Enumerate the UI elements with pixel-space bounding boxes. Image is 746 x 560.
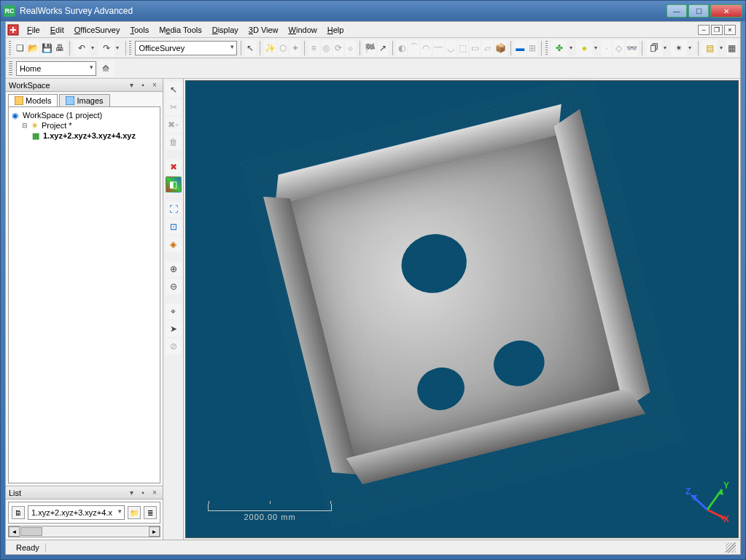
menu-officesurvey[interactable]: OfficeSurvey	[69, 24, 125, 36]
undo-drop[interactable]: ▾	[90, 40, 97, 56]
panel-pin-icon[interactable]: ▪	[138, 488, 148, 498]
resize-grip-icon[interactable]	[726, 542, 736, 553]
tool-icon[interactable]: ▱	[482, 40, 493, 56]
scroll-right-icon[interactable]: ►	[149, 526, 160, 537]
axis-gizmo[interactable]: X Y Z	[685, 481, 729, 524]
zoom-out-icon[interactable]: ⊖	[166, 279, 182, 295]
lock-tool-icon[interactable]: ⊘	[166, 338, 182, 354]
tool-icon[interactable]: ·	[601, 40, 612, 56]
tool-icon[interactable]: ◐	[396, 40, 407, 56]
home-tool-icon[interactable]: ◈	[166, 236, 182, 252]
redo-drop[interactable]: ▾	[114, 40, 122, 56]
explode-button[interactable]: ✴	[671, 40, 687, 56]
tool-icon[interactable]: ≡	[308, 40, 319, 56]
collapse-icon[interactable]: ⊟	[20, 122, 29, 129]
palette-tool-icon[interactable]: ◧	[166, 176, 182, 192]
delete-tool-icon[interactable]: ✖▫	[166, 117, 182, 133]
menu-display[interactable]: Display	[207, 24, 244, 36]
toolbar-grip[interactable]	[9, 41, 11, 55]
minimize-button[interactable]: —	[667, 4, 687, 18]
trash-tool-icon[interactable]: 🗑	[166, 134, 182, 150]
mdi-minimize-icon[interactable]: –	[698, 25, 710, 35]
toolbar-grip[interactable]	[129, 41, 131, 55]
print-button[interactable]: 🖶	[55, 40, 66, 56]
menu-mediatools[interactable]: Media Tools	[154, 24, 207, 36]
tool-icon[interactable]: ⬡	[278, 40, 289, 56]
tool-icon[interactable]: 🏁	[364, 40, 376, 56]
3d-viewport[interactable]: 2000.00 mm X Y Z	[185, 80, 739, 538]
tool-icon[interactable]: ◠	[421, 40, 432, 56]
target-tool-icon[interactable]: ✖	[166, 159, 182, 175]
close-button[interactable]: ✕	[710, 4, 742, 18]
tool-icon[interactable]: ⊞	[527, 40, 538, 56]
open-button[interactable]: 📂	[27, 40, 39, 56]
panel-pin-icon[interactable]: ▪	[138, 80, 148, 90]
tree-project[interactable]: ⊟ ✳ Project *	[10, 120, 158, 131]
sphere-button[interactable]: ●	[576, 40, 592, 56]
color-drop[interactable]: ▾	[567, 40, 575, 56]
toolbar-grip[interactable]	[545, 41, 548, 55]
view-drop[interactable]: ▾	[662, 40, 669, 56]
panel-dropdown-icon[interactable]: ▾	[126, 488, 136, 498]
compass-tool-icon[interactable]: ⌖	[166, 303, 182, 319]
menu-help[interactable]: Help	[322, 24, 349, 36]
list-hscrollbar[interactable]: ◄ ►	[8, 526, 160, 537]
explode-drop[interactable]: ▾	[687, 40, 694, 56]
undo-button[interactable]: ↶	[74, 40, 90, 56]
panel-close-icon[interactable]: ×	[149, 80, 160, 90]
color-button[interactable]: ✤	[551, 40, 567, 56]
layer-button[interactable]: ▤	[702, 40, 718, 56]
scroll-thumb[interactable]	[20, 527, 42, 536]
tool-icon[interactable]: ↗	[378, 40, 389, 56]
menu-edit[interactable]: Edit	[45, 24, 69, 36]
cut-tool-icon[interactable]: ✂	[166, 99, 182, 115]
select-button[interactable]: ↖	[245, 40, 256, 56]
scroll-left-icon[interactable]: ◄	[9, 526, 20, 537]
tool-icon[interactable]: ✨	[264, 40, 276, 56]
home-combo[interactable]: Home	[16, 61, 96, 76]
tab-models[interactable]: Models	[8, 94, 58, 106]
save-button[interactable]: 💾	[41, 40, 53, 56]
tool-icon[interactable]: 👓	[626, 40, 638, 56]
walk-tool-icon[interactable]: ➤	[166, 321, 182, 337]
tool-icon[interactable]: 〰	[433, 40, 444, 56]
menu-window[interactable]: Window	[284, 24, 322, 36]
tool-icon[interactable]: ◇	[613, 40, 624, 56]
tool-icon[interactable]: ⟐	[345, 40, 356, 56]
panel-dropdown-icon[interactable]: ▾	[126, 80, 136, 90]
tool-icon[interactable]: ▬	[515, 40, 526, 56]
toolbar-grip[interactable]	[9, 61, 12, 76]
layer-drop[interactable]: ▾	[718, 40, 725, 56]
tool-icon[interactable]: ◡	[446, 40, 456, 56]
mdi-restore-icon[interactable]: ❐	[711, 25, 723, 35]
go-home-button[interactable]: ⟰	[98, 61, 114, 77]
view-button[interactable]: 🗍	[646, 40, 662, 56]
module-combo[interactable]: OfficeSurvey	[135, 41, 237, 55]
list-combo[interactable]: 1.xyz+2.xyz+3.xyz+4.x	[28, 505, 125, 520]
new-button[interactable]: ❏	[15, 40, 26, 56]
tool-icon[interactable]: ⟳	[333, 40, 344, 56]
list-open-icon[interactable]: 📁	[128, 506, 141, 519]
panel-close-icon[interactable]: ×	[149, 488, 160, 498]
mdi-close-icon[interactable]: ×	[724, 25, 736, 35]
titlebar[interactable]: RC RealWorks Survey Advanced — ☐ ✕	[1, 1, 745, 21]
pointer-tool-icon[interactable]: ↖	[166, 82, 182, 98]
tool-icon[interactable]: ⬚	[458, 40, 469, 56]
tool-icon[interactable]: ◎	[321, 40, 332, 56]
fit-tool-icon[interactable]: ⛶	[166, 201, 182, 217]
tool-icon[interactable]: ▦	[726, 40, 737, 56]
redo-button[interactable]: ↷	[98, 40, 114, 56]
sphere-drop[interactable]: ▾	[592, 40, 599, 56]
tool-icon[interactable]: ▭	[470, 40, 481, 56]
tool-icon[interactable]: ⌒	[408, 40, 419, 56]
menu-tools[interactable]: Tools	[125, 24, 155, 36]
zoom-in-icon[interactable]: ⊕	[166, 261, 182, 277]
tool-icon[interactable]: ✦	[290, 40, 300, 56]
tool-icon[interactable]: 📦	[494, 40, 507, 56]
maximize-button[interactable]: ☐	[688, 4, 709, 18]
menu-3dview[interactable]: 3D View	[244, 24, 284, 36]
tree-root[interactable]: ◉ WorkSpace (1 project)	[10, 110, 158, 120]
tree-file[interactable]: ▦ 1.xyz+2.xyz+3.xyz+4.xyz	[10, 131, 158, 141]
menu-file[interactable]: File	[22, 24, 45, 36]
list-view-icon[interactable]: ≣	[144, 506, 157, 519]
